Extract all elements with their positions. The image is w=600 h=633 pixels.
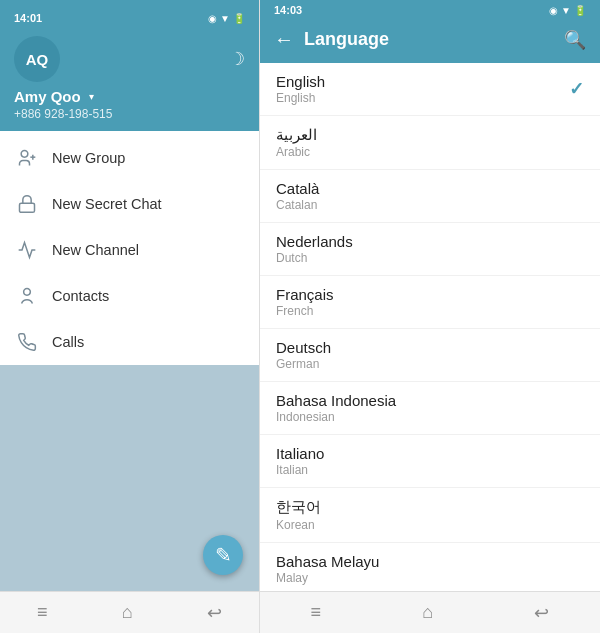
new-secret-chat-label: New Secret Chat xyxy=(52,196,162,212)
user-phone: +886 928-198-515 xyxy=(14,107,112,121)
menu-item-new-secret-chat[interactable]: New Secret Chat xyxy=(0,181,259,227)
user-name: Amy Qoo xyxy=(14,88,81,105)
new-channel-icon xyxy=(16,239,38,261)
lang-main-malay: Bahasa Melayu xyxy=(276,553,379,570)
lang-sub-german: German xyxy=(276,357,331,371)
check-icon-english: ✓ xyxy=(569,78,584,100)
menu-item-new-group[interactable]: New Group xyxy=(0,135,259,181)
user-info: Amy Qoo ▾ +886 928-198-515 xyxy=(14,88,245,121)
language-item-arabic[interactable]: العربيةArabic xyxy=(260,116,600,170)
lang-main-catalan: Català xyxy=(276,180,319,197)
menu-item-calls[interactable]: Calls xyxy=(0,319,259,365)
menu-list: New Group New Secret Chat New Channel xyxy=(0,131,259,365)
left-bottom-bar: ≡ ⌂ ↩ xyxy=(0,591,259,633)
lang-sub-dutch: Dutch xyxy=(276,251,353,265)
menu-item-contacts[interactable]: Contacts xyxy=(0,273,259,319)
lang-sub-korean: Korean xyxy=(276,518,321,532)
fab-button[interactable]: ✎ xyxy=(203,535,243,575)
secret-chat-icon xyxy=(16,193,38,215)
lang-main-dutch: Nederlands xyxy=(276,233,353,250)
status-icons-left: ◉ ▼ 🔋 xyxy=(208,13,245,24)
avatar[interactable]: AQ xyxy=(14,36,60,82)
new-group-icon xyxy=(16,147,38,169)
lang-sub-italian: Italian xyxy=(276,463,324,477)
status-time-right: 14:03 xyxy=(274,4,302,16)
lang-main-korean: 한국어 xyxy=(276,498,321,517)
calls-label: Calls xyxy=(52,334,84,350)
calls-icon xyxy=(16,331,38,353)
menu-item-new-channel[interactable]: New Channel xyxy=(0,227,259,273)
language-item-korean[interactable]: 한국어Korean xyxy=(260,488,600,543)
right-panel: 14:03 ◉ ▼ 🔋 ← Language 🔍 EnglishEnglish✓… xyxy=(260,0,600,633)
language-item-dutch[interactable]: NederlandsDutch xyxy=(260,223,600,276)
right-bottom-home-icon[interactable]: ⌂ xyxy=(422,602,433,623)
right-bottom-back-icon[interactable]: ↩ xyxy=(534,602,549,624)
language-item-catalan[interactable]: CatalàCatalan xyxy=(260,170,600,223)
search-icon[interactable]: 🔍 xyxy=(564,29,586,51)
language-item-french[interactable]: FrançaisFrench xyxy=(260,276,600,329)
lang-sub-french: French xyxy=(276,304,334,318)
svg-point-4 xyxy=(24,289,31,296)
lang-main-french: Français xyxy=(276,286,334,303)
lang-sub-arabic: Arabic xyxy=(276,145,317,159)
language-item-malay[interactable]: Bahasa MelayuMalay xyxy=(260,543,600,591)
right-header: 14:03 ◉ ▼ 🔋 ← Language 🔍 xyxy=(260,0,600,63)
lang-main-arabic: العربية xyxy=(276,126,317,144)
status-bar-left: 14:01 ◉ ▼ 🔋 xyxy=(14,12,245,24)
chat-background: ✎ xyxy=(0,365,259,591)
language-item-english[interactable]: EnglishEnglish✓ xyxy=(260,63,600,116)
left-panel: 14:01 ◉ ▼ 🔋 AQ ☽ Amy Qoo ▾ +886 928-198-… xyxy=(0,0,260,633)
lang-main-english: English xyxy=(276,73,325,90)
right-bottom-bar: ≡ ⌂ ↩ xyxy=(260,591,600,633)
moon-icon[interactable]: ☽ xyxy=(229,48,245,70)
back-button[interactable]: ← xyxy=(274,28,294,51)
language-item-german[interactable]: DeutschGerman xyxy=(260,329,600,382)
new-channel-label: New Channel xyxy=(52,242,139,258)
status-bar-right: 14:03 ◉ ▼ 🔋 xyxy=(274,0,586,20)
left-bottom-back-icon[interactable]: ↩ xyxy=(207,602,222,624)
status-icons-right: ◉ ▼ 🔋 xyxy=(549,5,586,16)
lang-main-italian: Italiano xyxy=(276,445,324,462)
language-item-indonesian[interactable]: Bahasa IndonesiaIndonesian xyxy=(260,382,600,435)
left-header: 14:01 ◉ ▼ 🔋 AQ ☽ Amy Qoo ▾ +886 928-198-… xyxy=(0,0,259,131)
lang-sub-english: English xyxy=(276,91,325,105)
lang-sub-indonesian: Indonesian xyxy=(276,410,396,424)
status-time-left: 14:01 xyxy=(14,12,42,24)
left-bottom-menu-icon[interactable]: ≡ xyxy=(37,602,48,623)
language-title: Language xyxy=(304,29,564,50)
contacts-icon xyxy=(16,285,38,307)
new-group-label: New Group xyxy=(52,150,125,166)
lang-sub-catalan: Catalan xyxy=(276,198,319,212)
svg-point-0 xyxy=(21,151,28,158)
avatar-row: AQ ☽ xyxy=(14,36,245,82)
contacts-label: Contacts xyxy=(52,288,109,304)
right-bottom-menu-icon[interactable]: ≡ xyxy=(311,602,322,623)
svg-rect-3 xyxy=(20,203,35,212)
lang-sub-malay: Malay xyxy=(276,571,379,585)
language-item-italian[interactable]: ItalianoItalian xyxy=(260,435,600,488)
dropdown-arrow-icon[interactable]: ▾ xyxy=(89,91,94,102)
lang-main-german: Deutsch xyxy=(276,339,331,356)
right-title-row: ← Language 🔍 xyxy=(274,20,586,63)
lang-main-indonesian: Bahasa Indonesia xyxy=(276,392,396,409)
language-list: EnglishEnglish✓العربيةArabicCatalàCatala… xyxy=(260,63,600,591)
left-bottom-home-icon[interactable]: ⌂ xyxy=(122,602,133,623)
